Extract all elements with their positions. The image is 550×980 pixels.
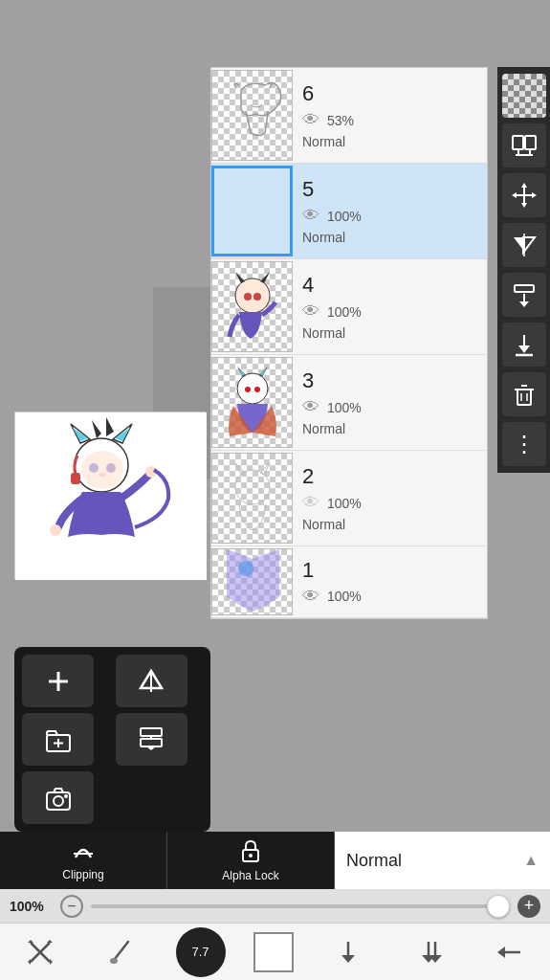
eye-icon[interactable]: 👁 (302, 493, 319, 513)
layer-row[interactable]: 2 👁 100% Normal (211, 451, 487, 546)
layers-panel: 6 👁 53% Normal 5 👁 100% Normal (210, 67, 488, 619)
layer-number: 1 (302, 558, 477, 583)
svg-marker-65 (521, 183, 527, 188)
clipping-icon (72, 840, 95, 866)
brush-tool-button[interactable] (95, 925, 147, 978)
svg-point-14 (81, 451, 123, 489)
layer-row[interactable]: 5 👁 100% Normal (211, 164, 487, 259)
merge-layers-button[interactable] (116, 713, 187, 766)
eye-icon[interactable]: 👁 (302, 397, 319, 417)
layer-info: 4 👁 100% Normal (293, 265, 487, 348)
svg-rect-92 (141, 739, 162, 746)
layer-blend-mode: Normal (302, 517, 477, 532)
eye-icon[interactable]: 👁 (302, 110, 319, 130)
color-swatch[interactable] (253, 932, 294, 972)
layer-visibility: 👁 100% (302, 397, 477, 417)
svg-rect-72 (515, 285, 534, 292)
chevron-up-icon: ▲ (523, 852, 539, 869)
layer-info: 5 👁 100% Normal (293, 169, 487, 253)
layer-row[interactable]: 4 👁 100% Normal (211, 259, 487, 355)
right-tools-panel: ⋮ (497, 67, 550, 473)
lock-icon (240, 839, 261, 867)
layer-opacity: 100% (327, 400, 362, 415)
eye-icon[interactable]: 👁 (302, 587, 319, 607)
layer-info: 1 👁 100% (293, 550, 487, 614)
opacity-thumb[interactable] (487, 895, 510, 918)
opacity-bar: 100% − + (0, 889, 550, 923)
svg-point-31 (253, 293, 261, 301)
svg-rect-11 (71, 473, 80, 484)
add-folder-button[interactable] (22, 713, 94, 766)
layer-visibility: 👁 100% (302, 587, 477, 607)
svg-rect-91 (141, 728, 162, 736)
svg-point-37 (237, 373, 268, 404)
layer-number: 2 (302, 464, 477, 489)
layer-row[interactable]: 6 👁 53% Normal (211, 68, 487, 164)
svg-marker-76 (518, 345, 530, 353)
layer-number: 3 (302, 368, 477, 393)
svg-rect-78 (517, 390, 531, 405)
svg-marker-67 (512, 192, 517, 198)
svg-marker-68 (532, 192, 537, 198)
blend-mode-button[interactable]: Normal ▲ (335, 832, 550, 889)
blend-mode-label: Normal (346, 851, 402, 871)
checkerboard-button[interactable] (502, 74, 546, 118)
main-toolbar: 7.7 (0, 923, 550, 980)
brush-size-display[interactable]: 7.7 (176, 927, 226, 977)
svg-rect-58 (513, 136, 523, 149)
duplicate-layer-button[interactable] (116, 655, 187, 707)
svg-marker-109 (341, 955, 355, 963)
download-button[interactable] (502, 323, 546, 367)
layer-thumbnail (211, 357, 293, 448)
opacity-slider[interactable] (91, 904, 510, 908)
layer-opacity: 100% (327, 209, 362, 224)
bottom-bar: Clipping Alpha Lock Normal ▲ (0, 832, 550, 889)
back-button[interactable] (483, 925, 536, 978)
layer-thumbnail (211, 261, 293, 352)
delete-layer-button[interactable] (502, 372, 546, 416)
opacity-increase-button[interactable]: + (517, 895, 540, 918)
reference-button[interactable] (502, 123, 546, 167)
svg-marker-103 (28, 959, 31, 965)
layer-number: 5 (302, 177, 477, 202)
layer-info: 6 👁 53% Normal (293, 74, 487, 157)
layer-actions-panel (14, 647, 210, 832)
svg-marker-94 (146, 746, 156, 750)
layer-thumbnail (211, 453, 293, 544)
layer-opacity: 100% (327, 589, 362, 604)
layer-blend-mode: Normal (302, 134, 477, 149)
alpha-lock-button[interactable]: Alpha Lock (167, 832, 335, 889)
opacity-decrease-button[interactable]: − (60, 895, 83, 918)
svg-point-30 (244, 293, 252, 301)
layer-blend-mode: Normal (302, 421, 477, 436)
flip-button[interactable] (502, 223, 546, 267)
more-options-button[interactable]: ⋮ (502, 422, 546, 466)
eye-icon[interactable]: 👁 (302, 301, 319, 322)
eye-icon[interactable]: 👁 (302, 206, 319, 226)
download-arrow-button[interactable] (321, 925, 374, 978)
layer-opacity: 53% (327, 113, 354, 128)
multi-arrow-button[interactable] (403, 925, 455, 978)
layer-row[interactable]: 1 👁 100% (211, 546, 487, 618)
svg-marker-115 (497, 947, 505, 958)
layer-number: 4 (302, 273, 477, 298)
svg-marker-104 (47, 940, 53, 943)
transform-tool-button[interactable] (14, 925, 67, 978)
add-layer-button[interactable] (22, 655, 94, 707)
layer-info: 3 👁 100% Normal (293, 361, 487, 444)
camera-button[interactable] (22, 771, 94, 824)
svg-marker-102 (28, 940, 33, 943)
svg-point-12 (50, 524, 61, 536)
layer-row[interactable]: 3 👁 100% Normal (211, 355, 487, 451)
merge-down-button[interactable] (502, 273, 546, 317)
layer-visibility: 👁 100% (302, 493, 477, 513)
svg-point-57 (238, 561, 253, 576)
layer-opacity: 100% (327, 304, 362, 320)
clipping-button[interactable]: Clipping (0, 832, 167, 889)
svg-point-97 (64, 794, 68, 798)
transform-button[interactable] (502, 173, 546, 217)
canvas-preview[interactable] (14, 412, 206, 579)
svg-point-43 (254, 387, 260, 392)
svg-marker-66 (521, 203, 527, 208)
layer-opacity: 100% (327, 496, 362, 511)
